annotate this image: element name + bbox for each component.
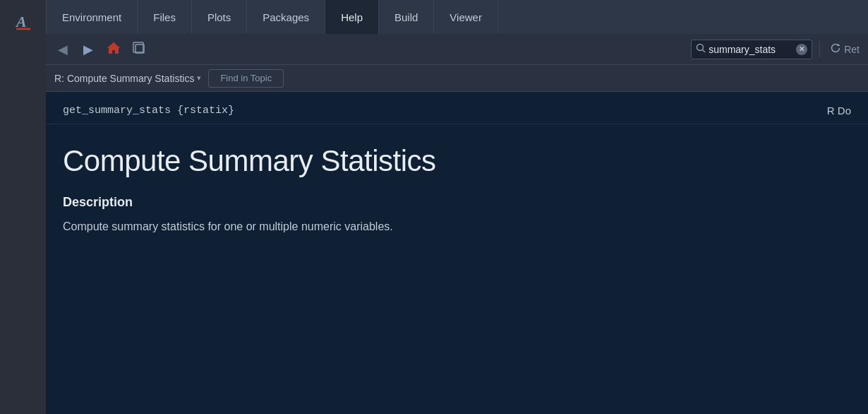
tab-build[interactable]: Build: [379, 0, 434, 34]
description-body: Compute summary statistics for one or mu…: [46, 218, 868, 247]
close-icon: ✕: [799, 45, 804, 53]
tab-plots[interactable]: Plots: [192, 0, 247, 34]
tab-bar: Environment Files Plots Packages Help Bu…: [46, 0, 868, 34]
forward-button[interactable]: ▶: [77, 39, 100, 60]
svg-marker-3: [107, 42, 120, 48]
svg-rect-4: [133, 42, 143, 52]
home-button[interactable]: [102, 39, 125, 60]
function-signature: get_summary_stats {rstatix}: [63, 105, 234, 117]
doc-header-line: get_summary_stats {rstatix} R Do: [46, 92, 868, 124]
find-in-topic-button[interactable]: Find in Topic: [208, 69, 284, 88]
description-heading: Description: [46, 189, 868, 218]
breadcrumb-bar: R: Compute Summary Statistics ▾ Find in …: [46, 65, 868, 92]
content-area: get_summary_stats {rstatix} R Do Compute…: [46, 92, 868, 414]
svg-line-7: [703, 50, 706, 53]
tab-files[interactable]: Files: [138, 0, 192, 34]
svg-text:A: A: [15, 13, 27, 30]
find-in-topic-label: Find in Topic: [220, 73, 272, 83]
svg-point-6: [697, 45, 704, 51]
forward-arrow-icon: ▶: [83, 42, 93, 57]
breadcrumb-label: R: Compute Summary Statistics: [54, 73, 194, 84]
tab-help[interactable]: Help: [325, 0, 379, 34]
breadcrumb-dropdown-icon[interactable]: ▾: [197, 73, 201, 83]
page-title: Compute Summary Statistics: [46, 124, 868, 189]
tab-packages[interactable]: Packages: [247, 0, 325, 34]
search-icon: [696, 43, 706, 55]
home-icon: [106, 40, 121, 59]
export-button[interactable]: [128, 39, 150, 60]
search-container: ✕: [691, 40, 812, 59]
back-arrow-icon: ◀: [58, 42, 68, 57]
toolbar-separator: [819, 41, 820, 58]
refresh-button[interactable]: Ret: [827, 42, 862, 56]
back-button[interactable]: ◀: [52, 39, 74, 60]
tab-environment[interactable]: Environment: [46, 0, 138, 34]
tab-viewer[interactable]: Viewer: [434, 0, 498, 34]
refresh-icon: [830, 42, 841, 56]
export-icon: [132, 41, 146, 58]
sidebar-font-icon: A: [9, 7, 37, 35]
search-clear-button[interactable]: ✕: [796, 44, 807, 55]
r-docs-label: R Do: [827, 105, 851, 117]
refresh-label: Ret: [844, 44, 860, 55]
left-sidebar: A: [0, 0, 46, 414]
help-search-input[interactable]: [709, 44, 793, 55]
main-panel: Environment Files Plots Packages Help Bu…: [46, 0, 868, 414]
toolbar: ◀ ▶: [46, 34, 868, 65]
breadcrumb: R: Compute Summary Statistics ▾: [54, 73, 201, 84]
